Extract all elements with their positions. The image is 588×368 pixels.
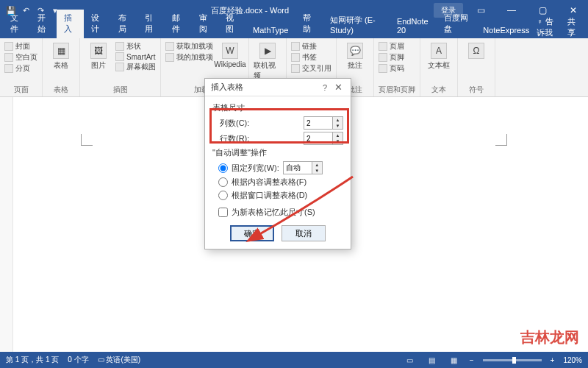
- table-button[interactable]: ▦表格: [47, 41, 75, 83]
- fixed-width-input[interactable]: [284, 162, 312, 174]
- dialog-titlebar[interactable]: 插入表格 ? ✕: [205, 79, 351, 96]
- tab-references[interactable]: 引用: [137, 10, 165, 38]
- page-margin-marker-left: [81, 134, 93, 146]
- zoom-out-icon[interactable]: −: [470, 356, 474, 364]
- pictures-button[interactable]: 🖼图片: [85, 41, 112, 83]
- tab-design[interactable]: 设计: [84, 10, 111, 38]
- autofit-content-radio[interactable]: [218, 177, 228, 187]
- tab-view[interactable]: 视图: [218, 10, 245, 38]
- tab-layout[interactable]: 布局: [111, 10, 138, 38]
- group-text: A文本框 文本: [420, 38, 458, 96]
- cover-page-button[interactable]: 封面: [4, 41, 37, 52]
- tab-noteexpress[interactable]: NoteExpress: [476, 23, 537, 38]
- web-layout-icon[interactable]: ▦: [448, 355, 461, 365]
- undo-icon[interactable]: ↶: [21, 5, 31, 15]
- columns-down-icon[interactable]: ▼: [333, 123, 343, 129]
- tab-review[interactable]: 审阅: [192, 10, 219, 38]
- dialog-close-icon[interactable]: ✕: [331, 82, 345, 93]
- fixed-width-spinner[interactable]: ▲▼: [283, 161, 323, 174]
- group-label-text: 文本: [425, 83, 453, 95]
- blank-page-icon: [4, 53, 13, 62]
- tab-mailings[interactable]: 邮件: [165, 10, 192, 38]
- qat-customize-icon[interactable]: ▾: [50, 5, 60, 15]
- pagenum-icon: [379, 64, 387, 73]
- blank-page-button[interactable]: 空白页: [4, 52, 37, 63]
- ok-button[interactable]: 确定: [230, 225, 274, 241]
- status-page[interactable]: 第 1 页，共 1 页: [6, 355, 59, 365]
- page-number-button[interactable]: 页码: [379, 63, 404, 74]
- fixed-width-radio[interactable]: [218, 163, 228, 173]
- group-headerfooter: 页眉 页脚 页码 页眉和页脚: [374, 38, 420, 96]
- zoom-slider[interactable]: [483, 359, 542, 361]
- group-label-illustrations: 插图: [85, 83, 156, 95]
- group-label-headerfooter: 页眉和页脚: [379, 83, 415, 95]
- group-illustrations: 🖼图片 形状 SmartArt 屏幕截图 插图: [80, 38, 161, 96]
- tab-mathtype[interactable]: MathType: [245, 23, 295, 38]
- autofit-window-radio[interactable]: [218, 191, 228, 200]
- my-addins-button[interactable]: 我的加载项: [165, 52, 213, 63]
- minimize-icon[interactable]: —: [497, 0, 526, 21]
- online-video-button[interactable]: ▶联机视频: [254, 41, 282, 83]
- columns-spinner[interactable]: ▲▼: [304, 116, 343, 130]
- cancel-button[interactable]: 取消: [282, 225, 326, 241]
- textbox-button[interactable]: A文本框: [425, 41, 453, 83]
- shapes-button[interactable]: 形状: [115, 41, 156, 52]
- footer-button[interactable]: 页脚: [379, 52, 404, 63]
- remember-checkbox[interactable]: [218, 208, 228, 217]
- fixed-width-down-icon[interactable]: ▼: [312, 168, 322, 174]
- bookmark-button[interactable]: 书签: [291, 52, 331, 63]
- autofit-content-radio-row[interactable]: 根据内容调整表格(F): [218, 177, 343, 188]
- insert-table-dialog: 插入表格 ? ✕ 表格尺寸 列数(C): ▲▼ 行数(R): ▲▼ "自动调整"…: [204, 78, 351, 250]
- tab-help[interactable]: 帮助: [295, 10, 323, 38]
- tab-insert[interactable]: 插入: [57, 10, 84, 38]
- save-icon[interactable]: 💾: [6, 5, 16, 15]
- remember-check-row[interactable]: 为新表格记忆此尺寸(S): [218, 207, 343, 218]
- link-button[interactable]: 链接: [291, 41, 331, 52]
- status-language[interactable]: ▭ 英语(美国): [98, 355, 140, 365]
- zoom-thumb[interactable]: [512, 357, 516, 364]
- columns-up-icon[interactable]: ▲: [333, 117, 343, 123]
- get-addins-button[interactable]: 获取加载项: [165, 41, 213, 52]
- wikipedia-icon: W: [222, 43, 238, 59]
- share-button[interactable]: 共享: [567, 16, 579, 38]
- ribbon-tabs: 文件 开始 插入 设计 布局 引用 邮件 审阅 视图 MathType 帮助 知…: [0, 21, 588, 38]
- comment-icon: 💬: [347, 43, 363, 59]
- zoom-in-icon[interactable]: +: [551, 356, 555, 364]
- ruler-vertical: [0, 97, 13, 352]
- video-icon: ▶: [259, 43, 276, 59]
- rows-spinner[interactable]: ▲▼: [304, 132, 343, 145]
- fixed-width-radio-row[interactable]: 固定列宽(W): ▲▼: [218, 161, 343, 174]
- symbol-button[interactable]: Ω: [462, 41, 490, 83]
- footer-icon: [379, 53, 387, 62]
- screenshot-button[interactable]: 屏幕截图: [115, 62, 156, 72]
- read-mode-icon[interactable]: ▭: [404, 355, 417, 365]
- wikipedia-button[interactable]: WWikipedia: [216, 41, 244, 83]
- columns-input[interactable]: [304, 117, 332, 129]
- header-button[interactable]: 页眉: [379, 41, 404, 52]
- fixed-width-up-icon[interactable]: ▲: [312, 162, 322, 168]
- textbox-icon: A: [431, 43, 447, 59]
- print-layout-icon[interactable]: ▤: [426, 355, 439, 365]
- smartart-button[interactable]: SmartArt: [115, 52, 156, 61]
- tab-estudy[interactable]: 知网研学 (E-Study): [323, 12, 390, 38]
- rows-row: 行数(R): ▲▼: [212, 132, 343, 145]
- rows-input[interactable]: [304, 132, 332, 144]
- cross-reference-button[interactable]: 交叉引用: [291, 63, 331, 74]
- rows-down-icon[interactable]: ▼: [333, 138, 343, 144]
- rows-up-icon[interactable]: ▲: [333, 132, 343, 138]
- dialog-help-icon[interactable]: ?: [318, 83, 331, 92]
- table-icon: ▦: [53, 43, 69, 59]
- tell-me[interactable]: ♀ 告诉我: [537, 16, 560, 38]
- pictures-icon: 🖼: [90, 43, 107, 59]
- page-break-button[interactable]: 分页: [4, 63, 37, 74]
- comment-button[interactable]: 💬批注: [341, 41, 369, 83]
- tab-endnote[interactable]: EndNote 20: [390, 14, 437, 38]
- redo-icon[interactable]: ↷: [35, 5, 46, 15]
- tab-baidupan[interactable]: 百度网盘: [437, 10, 476, 38]
- store-icon: [165, 42, 174, 51]
- status-words[interactable]: 0 个字: [68, 355, 88, 365]
- autofit-window-radio-row[interactable]: 根据窗口调整表格(D): [218, 190, 343, 201]
- zoom-level[interactable]: 120%: [563, 356, 582, 364]
- autofit-content-label: 根据内容调整表格(F): [232, 177, 306, 188]
- remember-label: 为新表格记忆此尺寸(S): [232, 207, 315, 218]
